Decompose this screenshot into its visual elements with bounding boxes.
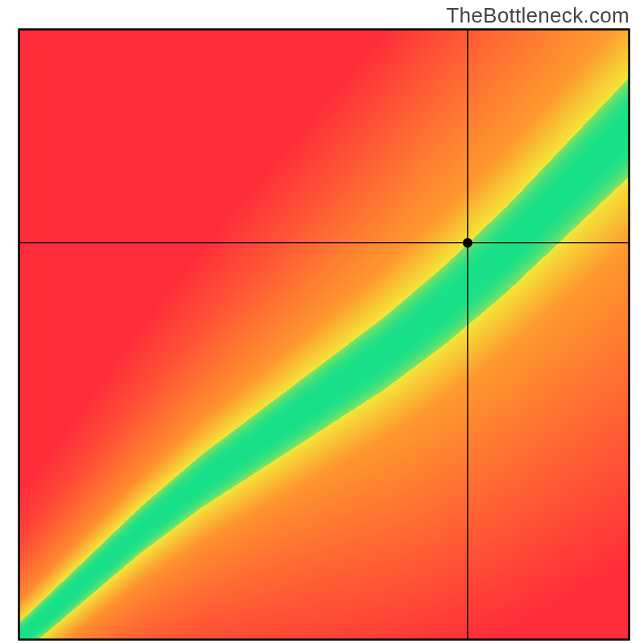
watermark-text: TheBottleneck.com xyxy=(446,3,630,28)
crosshair-overlay xyxy=(0,0,644,644)
